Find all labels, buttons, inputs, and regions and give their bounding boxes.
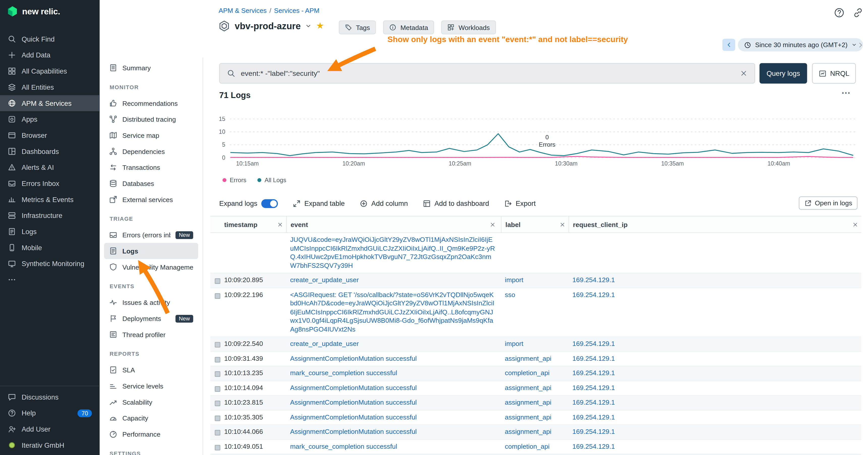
cell-request-client-ip[interactable]: 169.254.129.1 [568,425,862,439]
column-header-event[interactable]: event [286,217,501,232]
sidebar-item-issues-activity[interactable]: Issues & activity [104,294,198,311]
expand-table-button[interactable]: Expand table [292,200,344,207]
cell-event[interactable]: AssignmentCompletionMutation successful [286,425,501,439]
row-select-box[interactable] [211,337,222,351]
sidebar-item-distributed-tracing[interactable]: Distributed tracing [104,111,198,127]
metadata-button[interactable]: Metadata [383,21,434,34]
help-circle-icon[interactable] [834,7,845,19]
cell-event[interactable]: create_or_update_user [286,273,501,288]
sidebar-item-apps[interactable]: Apps [0,111,99,127]
cell-request-client-ip[interactable]: 169.254.129.1 [568,381,862,395]
cell-request-client-ip[interactable]: 169.254.129.1 [568,273,862,288]
row-select-box[interactable] [211,288,222,336]
row-select-box[interactable] [211,425,222,439]
table-row[interactable]: 10:09:20.895create_or_update_userimport1… [211,273,862,288]
sidebar-item-apm-services[interactable]: APM & Services [0,95,99,111]
sidebar-item-summary[interactable]: Summary [104,60,198,76]
more-options-icon[interactable]: ⋯ [841,88,851,98]
column-header-timestamp[interactable]: timestamp [222,217,286,232]
legend-item-all-logs[interactable]: All Logs [257,176,286,183]
cell-request-client-ip[interactable]: 169.254.129.1 [568,288,862,336]
cell-label[interactable]: assignment_api [501,381,568,395]
sidebar-item-alerts-ai[interactable]: Alerts & AI [0,160,99,175]
sidebar-item-capacity[interactable]: Capacity [104,410,198,426]
copy-link-icon[interactable] [852,7,864,19]
cell-label[interactable]: completion_api [501,440,568,454]
sidebar-item-thread-profiler[interactable]: Thread profiler [104,326,198,343]
sidebar-item-transactions[interactable]: Transactions [104,160,198,175]
cell-label[interactable] [501,233,568,273]
sidebar-item-metrics-events[interactable]: Metrics & Events [0,192,99,207]
row-select-box[interactable] [211,273,222,288]
cell-label[interactable]: import [501,273,568,288]
sidebar-item-recommendations[interactable]: Recommendations [104,95,198,111]
sidebar-item-databases[interactable]: Databases [104,175,198,192]
sidebar-item-deployments[interactable]: DeploymentsNew [104,311,198,326]
tags-button[interactable]: Tags [339,21,376,34]
add-to-dashboard-button[interactable]: Add to dashboard [423,200,489,207]
sidebar-item-infrastructure[interactable]: Infrastructure [0,207,99,224]
entity-name[interactable]: vbv-prod-azure [235,21,301,31]
cell-request-client-ip[interactable]: 169.254.129.1 [568,395,862,410]
time-forward-button[interactable] [857,41,864,51]
search-input[interactable]: event:* -"label":"security" [241,69,320,77]
cell-label[interactable]: sso [501,288,568,336]
expand-logs-toggle[interactable]: Expand logs [219,199,278,208]
table-row[interactable]: 10:10:35.305AssignmentCompletionMutation… [211,411,862,425]
cell-event[interactable]: AssignmentCompletionMutation successful [286,381,501,395]
open-in-logs-button[interactable]: Open in logs [799,196,858,210]
cell-event[interactable]: <ASGIRequest: GET '/sso/callback/?state=… [286,288,501,336]
table-row[interactable]: 10:10:44.066AssignmentCompletionMutation… [211,425,862,440]
cell-request-client-ip[interactable]: 169.254.129.1 [568,440,862,454]
cell-request-client-ip[interactable]: 169.254.129.1 [568,352,862,366]
table-row[interactable]: 10:10:13.235mark_course_completion succe… [211,366,862,381]
sidebar-item-external-services[interactable]: External services [104,192,198,207]
cell-event[interactable]: mark_course_completion successful [286,366,501,381]
log-query-bar[interactable]: event:* -"label":"security" [219,63,755,84]
cell-label[interactable]: assignment_api [501,395,568,410]
table-row[interactable]: 10:10:23.815AssignmentCompletionMutation… [211,395,862,410]
cell-label[interactable]: assignment_api [501,411,568,424]
add-column-button[interactable]: Add column [360,200,408,207]
row-select-box[interactable] [211,233,222,273]
cell-event[interactable]: mark_course_completion successful [286,440,501,454]
cell-event[interactable]: AssignmentCompletionMutation successful [286,352,501,366]
cell-event[interactable]: AssignmentCompletionMutation successful [286,411,501,424]
row-select-box[interactable] [211,411,222,424]
table-row[interactable]: 10:09:22.540create_or_update_userimport1… [211,337,862,352]
table-row[interactable]: JUQVU&code=eyJraWQiOiJjcGltY29yZV8wOTl1M… [211,233,862,273]
sidebar-item-scalability[interactable]: Scalability [104,394,198,410]
sidebar-item-vulnerability-management[interactable]: Vulnerability Management [104,259,198,275]
sidebar-item-add-user[interactable]: Add User [0,421,99,437]
new-relic-logo[interactable]: new relic. [6,5,60,17]
cell-request-client-ip[interactable]: 169.254.129.1 [568,411,862,424]
sidebar-item-all-entities[interactable]: All Entities [0,79,99,95]
sidebar-item-service-map[interactable]: Service map [104,127,198,143]
time-back-button[interactable] [722,39,735,51]
breadcrumb-link-services-apm[interactable]: Services - APM [274,6,319,14]
row-select-box[interactable] [211,381,222,395]
cell-request-client-ip[interactable]: 169.254.129.1 [568,337,862,351]
sidebar-item-dashboards[interactable]: Dashboards [0,143,99,160]
sidebar-item-synthetic-monitoring[interactable]: Synthetic Monitoring [0,256,99,272]
sidebar-item-browser[interactable]: Browser [0,127,99,143]
time-picker[interactable]: Since 30 minutes ago (GMT+2) [738,38,863,52]
sidebar-item-more[interactable] [0,271,99,288]
column-header-request-client-ip[interactable]: request_client_ip [568,217,862,232]
toggle-on-icon[interactable] [261,199,278,208]
sidebar-item-performance[interactable]: Performance [104,426,198,442]
cell-event[interactable]: create_or_update_user [286,337,501,351]
sidebar-item-add-data[interactable]: Add Data [0,47,99,63]
workloads-button[interactable]: Workloads [441,21,496,34]
query-logs-button[interactable]: Query logs [760,63,807,84]
table-row[interactable]: 10:09:31.439AssignmentCompletionMutation… [211,352,862,366]
row-select-box[interactable] [211,352,222,366]
entity-dropdown-chevron-icon[interactable] [305,23,312,29]
sidebar-item-service-levels[interactable]: Service levels [104,378,198,394]
cell-label[interactable]: import [501,337,568,351]
legend-item-errors[interactable]: Errors [222,176,246,183]
column-header-label[interactable]: label [501,217,568,232]
cell-request-client-ip[interactable] [568,233,862,273]
table-row[interactable]: 10:10:49.051mark_course_completion succe… [211,440,862,454]
sidebar-item-errors-inbox[interactable]: Errors Inbox [0,175,99,192]
